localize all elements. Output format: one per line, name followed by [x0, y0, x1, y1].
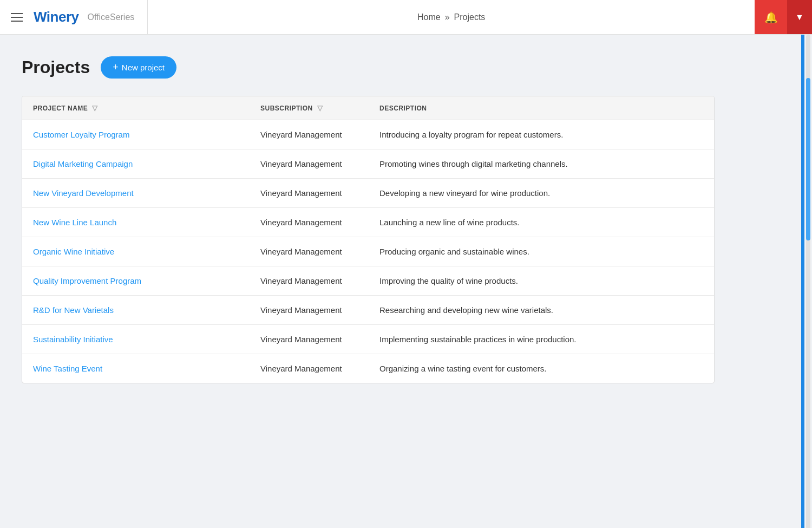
project-name-link[interactable]: Digital Marketing Campaign [33, 159, 133, 168]
subscription-cell: Vineyard Management [250, 120, 369, 149]
subscription-cell: Vineyard Management [250, 266, 369, 296]
table-row: New Vineyard DevelopmentVineyard Managem… [22, 179, 714, 208]
page-header: Projects + New project [22, 56, 790, 79]
menu-icon[interactable] [9, 11, 25, 24]
scrollbar-track [806, 35, 810, 528]
notification-button[interactable]: 🔔 [755, 0, 787, 34]
filter-icon-subscription[interactable]: ▽ [317, 104, 323, 112]
table-row: New Wine Line LaunchVineyard ManagementL… [22, 208, 714, 237]
nav-home-link[interactable]: Home [417, 12, 441, 22]
description-cell: Developing a new vineyard for wine produ… [369, 179, 714, 208]
table-body: Customer Loyalty ProgramVineyard Managem… [22, 120, 714, 383]
projects-table-container: PROJECT NAME ▽ SUBSCRIPTION ▽ DESCRIPTIO… [22, 96, 715, 383]
description-cell: Implementing sustainable practices in wi… [369, 325, 714, 354]
bell-icon: 🔔 [764, 11, 778, 24]
project-name-cell: New Vineyard Development [22, 179, 250, 208]
breadcrumb-nav: Home » Projects [148, 12, 755, 22]
project-name-link[interactable]: New Vineyard Development [33, 188, 134, 198]
project-name-link[interactable]: Sustainability Initiative [33, 335, 113, 344]
description-cell: Launching a new line of wine products. [369, 208, 714, 237]
brand-series: OfficeSeries [87, 12, 134, 22]
project-name-cell: Digital Marketing Campaign [22, 149, 250, 179]
accent-bar [801, 35, 804, 528]
description-cell: Improving the quality of wine products. [369, 266, 714, 296]
new-project-button[interactable]: + New project [101, 56, 176, 79]
table-row: Digital Marketing CampaignVineyard Manag… [22, 149, 714, 179]
table-row: R&D for New VarietalsVineyard Management… [22, 296, 714, 325]
column-header-description: DESCRIPTION [369, 96, 714, 120]
plus-icon: + [113, 62, 119, 73]
subscription-cell: Vineyard Management [250, 179, 369, 208]
project-name-link[interactable]: New Wine Line Launch [33, 218, 116, 227]
project-name-cell: Customer Loyalty Program [22, 120, 250, 149]
subscription-cell: Vineyard Management [250, 237, 369, 266]
project-name-link[interactable]: Wine Tasting Event [33, 364, 102, 373]
subscription-cell: Vineyard Management [250, 354, 369, 383]
project-name-cell: Organic Wine Initiative [22, 237, 250, 266]
page-title: Projects [22, 57, 90, 77]
table-row: Wine Tasting EventVineyard ManagementOrg… [22, 354, 714, 383]
projects-table: PROJECT NAME ▽ SUBSCRIPTION ▽ DESCRIPTIO… [22, 96, 714, 383]
user-dropdown-button[interactable]: ▼ [787, 0, 812, 34]
project-name-link[interactable]: Organic Wine Initiative [33, 247, 114, 256]
project-name-cell: Wine Tasting Event [22, 354, 250, 383]
scrollbar-thumb[interactable] [806, 78, 810, 240]
scrollbar[interactable] [804, 35, 812, 528]
project-name-link[interactable]: Quality Improvement Program [33, 276, 141, 285]
new-project-label: New project [122, 63, 165, 72]
app-header: Winery OfficeSeries Home » Projects 🔔 ▼ [0, 0, 812, 35]
header-brand-section: Winery OfficeSeries [0, 0, 148, 34]
subscription-cell: Vineyard Management [250, 208, 369, 237]
description-cell: Promoting wines through digital marketin… [369, 149, 714, 179]
filter-icon-name[interactable]: ▽ [92, 104, 98, 112]
project-name-link[interactable]: Customer Loyalty Program [33, 130, 129, 139]
table-header: PROJECT NAME ▽ SUBSCRIPTION ▽ DESCRIPTIO… [22, 96, 714, 120]
table-row: Quality Improvement ProgramVineyard Mana… [22, 266, 714, 296]
main-content: Projects + New project PROJECT NAME ▽ [0, 35, 812, 405]
description-cell: Introducing a loyalty program for repeat… [369, 120, 714, 149]
header-actions: 🔔 ▼ [755, 0, 812, 34]
project-name-link[interactable]: R&D for New Varietals [33, 305, 114, 315]
table-row: Customer Loyalty ProgramVineyard Managem… [22, 120, 714, 149]
column-header-subscription: SUBSCRIPTION ▽ [250, 96, 369, 120]
description-cell: Researching and developing new wine vari… [369, 296, 714, 325]
project-name-cell: Quality Improvement Program [22, 266, 250, 296]
chevron-down-icon: ▼ [795, 12, 804, 22]
column-header-name: PROJECT NAME ▽ [22, 96, 250, 120]
subscription-cell: Vineyard Management [250, 325, 369, 354]
brand-name: Winery [34, 9, 78, 25]
breadcrumb-separator: » [445, 12, 450, 22]
project-name-cell: Sustainability Initiative [22, 325, 250, 354]
nav-projects-link[interactable]: Projects [454, 12, 486, 22]
project-name-cell: New Wine Line Launch [22, 208, 250, 237]
subscription-cell: Vineyard Management [250, 296, 369, 325]
project-name-cell: R&D for New Varietals [22, 296, 250, 325]
subscription-cell: Vineyard Management [250, 149, 369, 179]
description-cell: Organizing a wine tasting event for cust… [369, 354, 714, 383]
table-row: Sustainability InitiativeVineyard Manage… [22, 325, 714, 354]
description-cell: Producing organic and sustainable wines. [369, 237, 714, 266]
table-row: Organic Wine InitiativeVineyard Manageme… [22, 237, 714, 266]
